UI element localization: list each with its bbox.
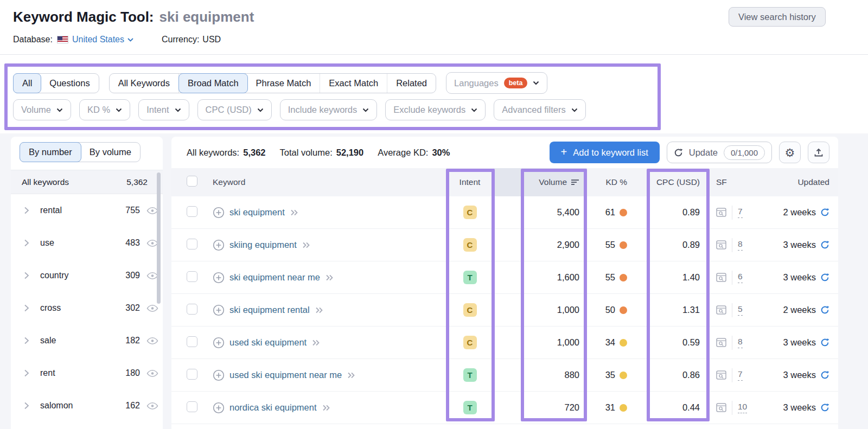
group-row[interactable]: rental 755 <box>11 194 163 227</box>
group-row[interactable]: sale 182 <box>11 324 163 357</box>
keyword-link[interactable]: ski equipment near me <box>229 272 320 283</box>
refresh-icon[interactable] <box>820 338 829 347</box>
eye-icon[interactable] <box>146 369 158 377</box>
eye-icon[interactable] <box>146 304 158 312</box>
filter-dropdown[interactable]: Intent <box>138 99 189 120</box>
filter-dropdown[interactable]: Volume <box>13 99 71 120</box>
serp-features-icon[interactable] <box>716 240 726 249</box>
keyword-link[interactable]: ski equipment <box>229 207 285 217</box>
double-chevron-icon[interactable] <box>315 307 323 313</box>
col-header-kd[interactable]: KD % <box>587 177 636 187</box>
row-checkbox[interactable] <box>187 271 197 282</box>
keyword-link[interactable]: used ski equipment near me <box>229 370 342 380</box>
keyword-link[interactable]: nordica ski equipment <box>229 402 317 413</box>
col-header-sf[interactable]: SF <box>709 177 763 187</box>
refresh-icon[interactable] <box>820 240 829 249</box>
row-checkbox[interactable] <box>187 336 197 347</box>
col-header-keyword[interactable]: Keyword <box>208 177 446 187</box>
scope-tab[interactable]: Questions <box>41 74 98 93</box>
row-checkbox[interactable] <box>187 369 197 380</box>
double-chevron-icon[interactable] <box>311 340 320 346</box>
group-row[interactable]: rent 180 <box>11 357 163 389</box>
keyword-link[interactable]: ski equipment rental <box>229 305 310 315</box>
refresh-icon[interactable] <box>820 208 829 217</box>
languages-dropdown[interactable]: Languages beta <box>446 72 547 94</box>
filter-dropdown[interactable]: Include keywords <box>280 99 377 120</box>
settings-button[interactable]: ⚙ <box>779 142 801 163</box>
refresh-icon[interactable] <box>820 403 829 412</box>
select-all-checkbox[interactable] <box>187 176 197 187</box>
double-chevron-icon[interactable] <box>325 274 334 281</box>
eye-icon[interactable] <box>146 402 158 410</box>
row-checkbox[interactable] <box>187 239 197 249</box>
chevron-right-icon[interactable] <box>24 304 29 312</box>
chevron-right-icon[interactable] <box>24 272 29 279</box>
refresh-icon[interactable] <box>820 273 829 282</box>
refresh-icon[interactable] <box>820 305 829 315</box>
row-checkbox[interactable] <box>187 206 197 217</box>
scope-tab[interactable]: All <box>13 73 41 93</box>
sf-count-link[interactable]: 7 <box>738 207 743 218</box>
add-keyword-icon[interactable] <box>213 239 225 251</box>
chevron-right-icon[interactable] <box>24 337 29 344</box>
chevron-right-icon[interactable] <box>24 207 29 214</box>
serp-features-icon[interactable] <box>716 338 726 347</box>
chevron-right-icon[interactable] <box>24 402 29 409</box>
double-chevron-icon[interactable] <box>347 372 355 379</box>
filter-dropdown[interactable]: Advanced filters <box>494 99 585 120</box>
database-select[interactable]: United States <box>72 35 133 44</box>
serp-features-icon[interactable] <box>716 208 726 217</box>
filter-dropdown[interactable]: KD % <box>79 99 130 120</box>
serp-features-icon[interactable] <box>716 370 726 380</box>
sf-count-link[interactable]: 10 <box>738 402 747 413</box>
sidebar-sort-tab[interactable]: By number <box>20 142 81 162</box>
match-type-tab[interactable]: All Keywords <box>110 74 179 93</box>
match-type-tab[interactable]: Related <box>387 74 436 93</box>
keyword-link[interactable]: skiing equipment <box>229 240 297 250</box>
double-chevron-icon[interactable] <box>290 209 298 216</box>
col-header-intent[interactable]: Intent <box>446 177 494 187</box>
serp-features-icon[interactable] <box>716 273 726 282</box>
row-checkbox[interactable] <box>187 401 197 412</box>
eye-icon[interactable] <box>146 337 158 345</box>
sf-count-link[interactable]: 6 <box>738 272 743 283</box>
serp-features-icon[interactable] <box>716 305 726 315</box>
add-keyword-icon[interactable] <box>213 369 225 381</box>
row-checkbox[interactable] <box>187 304 197 315</box>
group-row[interactable]: use 483 <box>11 227 163 259</box>
match-type-tab[interactable]: Broad Match <box>178 73 248 93</box>
group-row[interactable]: country 309 <box>11 259 163 292</box>
col-header-volume[interactable]: Volume <box>521 168 587 196</box>
sf-count-link[interactable]: 7 <box>738 369 743 381</box>
add-keyword-icon[interactable] <box>213 337 225 349</box>
double-chevron-icon[interactable] <box>302 242 310 248</box>
sidebar-scrollbar[interactable] <box>157 172 161 304</box>
col-header-cpc[interactable]: CPC (USD) <box>636 177 709 187</box>
double-chevron-icon[interactable] <box>322 405 330 411</box>
match-type-tab[interactable]: Exact Match <box>320 74 387 93</box>
sf-count-link[interactable]: 5 <box>738 304 743 316</box>
filter-dropdown[interactable]: Exclude keywords <box>385 99 486 120</box>
all-keywords-row[interactable]: All keywords 5,362 <box>11 170 163 194</box>
col-header-updated[interactable]: Updated <box>763 177 838 187</box>
refresh-icon[interactable] <box>820 370 829 380</box>
add-keyword-icon[interactable] <box>213 304 225 316</box>
export-button[interactable] <box>808 142 829 163</box>
sf-count-link[interactable]: 8 <box>738 337 743 348</box>
match-type-tab[interactable]: Phrase Match <box>247 74 321 93</box>
sf-count-link[interactable]: 8 <box>738 239 743 251</box>
keyword-link[interactable]: used ski equipment <box>229 337 307 348</box>
group-row[interactable]: cross 302 <box>11 292 163 324</box>
add-keyword-icon[interactable] <box>213 272 225 284</box>
view-search-history-button[interactable]: View search history <box>729 7 826 27</box>
sidebar-sort-tab[interactable]: By volume <box>81 143 140 162</box>
update-button[interactable]: Update 0/1,000 <box>667 142 772 163</box>
group-row[interactable]: salomon 162 <box>11 389 163 422</box>
add-keyword-icon[interactable] <box>213 402 225 414</box>
chevron-right-icon[interactable] <box>24 239 29 247</box>
serp-features-icon[interactable] <box>716 403 726 412</box>
filter-dropdown[interactable]: CPC (USD) <box>197 99 272 120</box>
chevron-right-icon[interactable] <box>24 369 29 377</box>
add-keyword-icon[interactable] <box>213 207 225 219</box>
add-to-keyword-list-button[interactable]: + Add to keyword list <box>550 142 660 163</box>
